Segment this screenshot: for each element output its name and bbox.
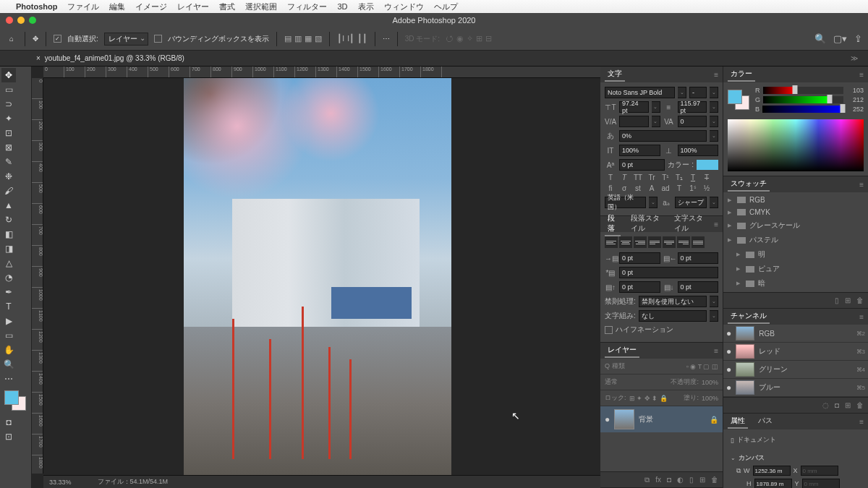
load-sel-icon[interactable]: ◌ <box>822 401 829 409</box>
channel-red[interactable]: ●レッド⌘3 <box>723 343 868 361</box>
lock-buttons[interactable]: ⊞ ✦ ✥ ⬍ 🔒 <box>629 395 668 402</box>
menu-window[interactable]: ウィンドウ <box>384 1 424 12</box>
mask-icon[interactable]: ◘ <box>667 476 671 484</box>
bbox-checkbox[interactable] <box>154 35 162 43</box>
pen-tool[interactable]: ✒ <box>1 285 16 299</box>
shape-tool[interactable]: ▭ <box>1 328 16 343</box>
panel-menu-icon[interactable]: ≡ <box>859 71 864 79</box>
kerning[interactable] <box>619 116 649 127</box>
foreground-color[interactable] <box>4 390 19 405</box>
indent-first[interactable]: 0 pt <box>619 267 718 278</box>
font-size[interactable]: 97.24 pt <box>619 101 649 113</box>
zoom-level[interactable]: 33.33% <box>49 479 72 486</box>
canvas-area[interactable]: 0100200300400500600700800900100011001200… <box>32 67 600 488</box>
menu-view[interactable]: 表示 <box>358 1 374 12</box>
antialias[interactable]: シャープ <box>675 197 707 208</box>
history-brush-tool[interactable]: ↻ <box>1 213 16 227</box>
window-close-button[interactable] <box>6 17 13 24</box>
vscale[interactable]: 100% <box>619 145 660 156</box>
channel-green[interactable]: ●グリーン⌘4 <box>723 361 868 379</box>
panel-menu-icon[interactable]: ≡ <box>859 313 864 321</box>
link-icon[interactable]: ⧉ <box>644 476 650 484</box>
char-tab[interactable]: 文字 <box>605 67 625 82</box>
menu-type[interactable]: 書式 <box>219 1 235 12</box>
language[interactable]: 英語（米国） <box>605 197 646 208</box>
font-family[interactable]: Noto Sans JP Bold <box>605 87 675 98</box>
move-tool[interactable]: ✥ <box>1 68 16 82</box>
save-sel-icon[interactable]: ◘ <box>835 401 839 409</box>
panel-menu-icon[interactable]: ≡ <box>714 347 718 355</box>
distribute-buttons[interactable]: ┃ⅠⅠ┃┃┃ <box>337 34 367 43</box>
hscale[interactable]: 100% <box>678 145 719 156</box>
visibility-icon[interactable]: ● <box>605 414 610 424</box>
swatches-tab[interactable]: スウォッチ <box>728 177 770 192</box>
font-style[interactable]: - <box>689 87 707 98</box>
swatch-pastel[interactable]: ▶パステル <box>725 233 867 247</box>
window-minimize-button[interactable] <box>17 17 25 24</box>
swatch-cmyk[interactable]: ▶CMYK <box>725 206 867 218</box>
menu-file[interactable]: ファイル <box>67 1 99 12</box>
search-icon[interactable]: 🔍 <box>814 33 826 44</box>
tsume[interactable]: 0% <box>619 130 707 142</box>
link-wh-icon[interactable]: ⧉ <box>736 467 741 475</box>
layer-filter[interactable]: Q 種類▫ ◉ T ▢ ◫ <box>600 359 723 374</box>
fill[interactable]: 100% <box>702 395 718 402</box>
canvas-height[interactable]: 1878.89 m <box>754 479 792 488</box>
quickmask-tool[interactable]: ◘ <box>1 415 16 429</box>
opentype-buttons[interactable]: fiσstAadT1ˢ½ <box>605 184 718 192</box>
para-align-buttons[interactable] <box>605 236 718 248</box>
auto-select-target[interactable]: レイヤー <box>104 33 148 46</box>
baseline[interactable]: 0 pt <box>619 159 665 171</box>
eyedropper-tool[interactable]: ✎ <box>1 155 16 169</box>
wand-tool[interactable]: ✦ <box>1 111 16 126</box>
indent-right[interactable]: 0 pt <box>678 252 719 264</box>
align-buttons[interactable]: ▤▥▦▧ <box>284 34 322 43</box>
panel-menu-icon[interactable]: ≡ <box>714 221 718 228</box>
auto-select-checkbox[interactable]: ✓ <box>54 35 61 43</box>
new-folder-icon[interactable]: ▯ <box>835 296 839 304</box>
leading[interactable]: 115.97 pt <box>678 101 707 113</box>
brush-tool[interactable]: 🖌 <box>1 184 16 198</box>
canvas-width[interactable]: 1252.36 m <box>753 466 791 476</box>
menu-layer[interactable]: レイヤー <box>177 1 209 12</box>
channels-tab[interactable]: チャンネル <box>728 309 770 324</box>
lock-icon[interactable]: 🔒 <box>710 416 718 424</box>
fx-icon[interactable]: fx <box>655 476 661 484</box>
opacity[interactable]: 100% <box>702 379 718 386</box>
path-select-tool[interactable]: ▶ <box>1 314 16 328</box>
trash-icon[interactable]: 🗑 <box>856 401 864 409</box>
layers-tab[interactable]: レイヤー <box>605 343 639 358</box>
gradient-tool[interactable]: ◨ <box>1 241 16 256</box>
hyphen-checkbox[interactable] <box>605 326 613 334</box>
workspace-icon[interactable]: ▢▾ <box>833 33 847 44</box>
group-icon[interactable]: ▯ <box>689 476 694 484</box>
b-slider[interactable] <box>762 106 843 113</box>
panel-menu-icon[interactable]: ≡ <box>714 71 718 79</box>
menu-select[interactable]: 選択範囲 <box>245 1 277 12</box>
space-before[interactable]: 0 pt <box>619 281 660 293</box>
frame-tool[interactable]: ⊠ <box>1 140 16 155</box>
char-style-tab[interactable]: 文字スタイル <box>671 212 707 236</box>
app-name[interactable]: Photoshop <box>16 2 57 11</box>
panel-menu-icon[interactable]: ≡ <box>859 418 864 426</box>
marquee-tool[interactable]: ▭ <box>1 82 16 97</box>
kinsoku[interactable]: 禁則を使用しない <box>639 296 707 307</box>
swatch-gray[interactable]: ▶グレースケール <box>725 218 867 233</box>
para-tab[interactable]: 段落 <box>605 212 621 236</box>
g-slider[interactable] <box>763 96 843 103</box>
color-tab[interactable]: カラー <box>728 67 755 82</box>
share-icon[interactable]: ⇪ <box>854 33 862 44</box>
panel-menu-icon[interactable]: ≡ <box>859 181 864 189</box>
heal-tool[interactable]: ❉ <box>1 169 16 184</box>
layer-name[interactable]: 背景 <box>639 414 653 424</box>
menu-filter[interactable]: フィルター <box>287 1 327 12</box>
document-tab[interactable]: × youtube_f4_anime01.jpg @ 33.3% (RGB/8)… <box>0 51 868 67</box>
blur-tool[interactable]: △ <box>1 256 16 270</box>
channel-rgb[interactable]: ●RGB⌘2 <box>723 325 868 343</box>
window-zoom-button[interactable] <box>29 17 36 24</box>
more-icon[interactable]: ⋯ <box>383 35 390 43</box>
eraser-tool[interactable]: ◧ <box>1 227 16 241</box>
new-channel-icon[interactable]: ⊞ <box>845 401 851 409</box>
spectrum[interactable] <box>728 119 864 171</box>
menu-help[interactable]: ヘルプ <box>434 1 458 12</box>
